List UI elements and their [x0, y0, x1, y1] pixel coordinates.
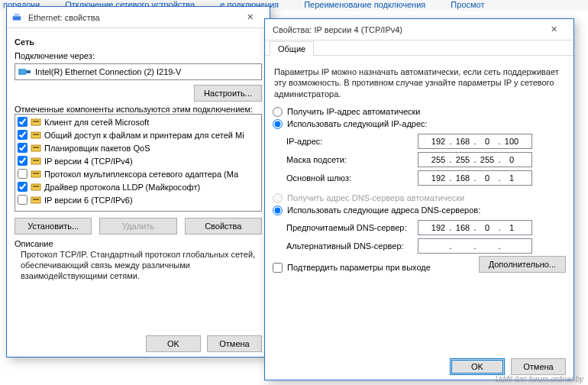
component-icon	[31, 169, 41, 180]
svg-rect-11	[33, 160, 39, 161]
radio-static-dns[interactable]: Использовать следующие адреса DNS-сервер…	[273, 205, 566, 215]
adapter-field: Intel(R) Ethernet Connection (2) I219-V	[15, 63, 262, 80]
list-item[interactable]: Планировщик пакетов QoS	[15, 141, 261, 154]
cancel-button[interactable]: Отмена	[207, 335, 262, 352]
subnet-mask-label: Маска подсети:	[286, 155, 418, 164]
connect-via-label: Подключение через:	[15, 51, 262, 60]
dns1-label: Предпочитаемый DNS-сервер:	[286, 223, 418, 232]
component-checkbox[interactable]	[18, 195, 27, 205]
component-icon	[31, 130, 41, 141]
validate-checkbox[interactable]	[273, 263, 283, 273]
component-label: Протокол мультиплексора сетевого адаптер…	[44, 170, 238, 179]
cancel-button[interactable]: Отмена	[511, 358, 566, 375]
radio-auto-ip[interactable]: Получить IP-адрес автоматически	[273, 107, 566, 117]
subnet-mask-input[interactable]: 255. 255. 255. 0	[418, 152, 532, 167]
radio-auto-ip-input[interactable]	[273, 107, 283, 117]
component-label: Планировщик пакетов QoS	[44, 144, 150, 153]
section-network: Сеть	[15, 37, 262, 47]
list-item[interactable]: Клиент для сетей Microsoft	[15, 115, 261, 128]
list-item[interactable]: Протокол мультиплексора сетевого адаптер…	[15, 167, 261, 180]
component-checkbox[interactable]	[18, 130, 27, 140]
ethernet-properties-dialog: Ethernet: свойства ✕ Сеть Подключение че…	[6, 6, 270, 358]
svg-rect-5	[33, 121, 39, 122]
svg-rect-7	[33, 134, 39, 135]
component-label: Драйвер протокола LLDP (Майкрософт)	[44, 183, 200, 192]
tab-general[interactable]: Общие	[270, 41, 314, 56]
component-icon	[31, 156, 41, 167]
ok-button[interactable]: OK	[450, 358, 505, 375]
components-label: Отмеченные компоненты используются этим …	[15, 105, 262, 114]
svg-rect-17	[33, 199, 39, 200]
svg-rect-2	[18, 69, 26, 75]
component-checkbox[interactable]	[18, 169, 27, 179]
svg-rect-9	[33, 147, 39, 148]
component-icon	[31, 117, 41, 128]
install-button[interactable]: Установить...	[15, 218, 92, 235]
components-list[interactable]: Клиент для сетей MicrosoftОбщий доступ к…	[15, 114, 262, 212]
titlebar[interactable]: Свойства: IP версии 4 (TCP/IPv4) ✕	[265, 19, 573, 40]
configure-button[interactable]: Настроить...	[194, 85, 262, 102]
ipv4-properties-dialog: Свойства: IP версии 4 (TCP/IPv4) ✕ Общие…	[264, 18, 574, 380]
nic-icon	[18, 67, 31, 76]
svg-rect-1	[15, 13, 20, 16]
component-checkbox[interactable]	[18, 117, 27, 127]
component-label: Клиент для сетей Microsoft	[44, 118, 149, 127]
component-checkbox[interactable]	[18, 182, 27, 192]
svg-rect-13	[33, 173, 39, 174]
list-item[interactable]: Драйвер протокола LLDP (Майкрософт)	[15, 180, 261, 193]
radio-static-dns-input[interactable]	[273, 205, 283, 215]
radio-auto-dns: Получить адрес DNS-сервера автоматически	[273, 193, 566, 203]
adapter-name: Intel(R) Ethernet Connection (2) I219-V	[35, 67, 181, 76]
radio-auto-dns-input	[273, 193, 283, 203]
radio-static-ip[interactable]: Использовать следующий IP-адрес:	[273, 119, 566, 129]
dns2-input[interactable]: . . .	[418, 238, 532, 254]
gateway-input[interactable]: 192. 168. 0. 1	[418, 170, 532, 186]
properties-button[interactable]: Свойства	[185, 218, 262, 235]
ok-button[interactable]: OK	[146, 335, 201, 352]
list-item[interactable]: IP версии 4 (TCP/IPv4)	[15, 154, 261, 167]
window-title: Свойства: IP версии 4 (TCP/IPv4)	[270, 25, 538, 34]
adapter-icon	[11, 12, 22, 23]
titlebar[interactable]: Ethernet: свойства ✕	[7, 7, 270, 28]
remove-button: Удалить	[99, 218, 176, 235]
window-title: Ethernet: свойства	[25, 13, 234, 22]
component-checkbox[interactable]	[18, 143, 27, 153]
instructions-text: Параметры IP можно назначать автоматичес…	[274, 66, 564, 99]
watermark: Udifil для forum.onliner.by	[495, 375, 583, 383]
close-icon[interactable]: ✕	[538, 24, 569, 34]
svg-rect-3	[26, 70, 31, 73]
radio-static-ip-input[interactable]	[273, 119, 283, 129]
component-icon	[31, 182, 41, 192]
tab-strip: Общие	[265, 40, 573, 56]
ip-address-input[interactable]: 192. 168. 0. 100	[418, 134, 532, 149]
component-label: Общий доступ к файлам и принтерам для се…	[44, 131, 244, 140]
list-item[interactable]: Общий доступ к файлам и принтерам для се…	[15, 128, 261, 141]
gateway-label: Основной шлюз:	[286, 173, 418, 183]
description-text: Протокол TCP/IP. Стандартный протокол гл…	[21, 250, 260, 281]
svg-rect-15	[33, 186, 39, 187]
component-icon	[31, 143, 41, 154]
ip-address-label: IP-адрес:	[286, 137, 418, 146]
list-item[interactable]: IP версии 6 (TCP/IPv6)	[15, 193, 261, 206]
description-label: Описание	[15, 239, 262, 248]
component-icon	[31, 195, 41, 205]
svg-rect-0	[13, 16, 21, 20]
component-checkbox[interactable]	[18, 156, 27, 166]
advanced-button[interactable]: Дополнительно...	[479, 256, 566, 273]
component-label: IP версии 4 (TCP/IPv4)	[44, 157, 133, 166]
component-label: IP версии 6 (TCP/IPv6)	[44, 196, 133, 205]
dns2-label: Альтернативный DNS-сервер:	[286, 241, 418, 251]
dns1-input[interactable]: 192. 168. 0. 1	[418, 220, 532, 235]
close-icon[interactable]: ✕	[234, 12, 265, 22]
